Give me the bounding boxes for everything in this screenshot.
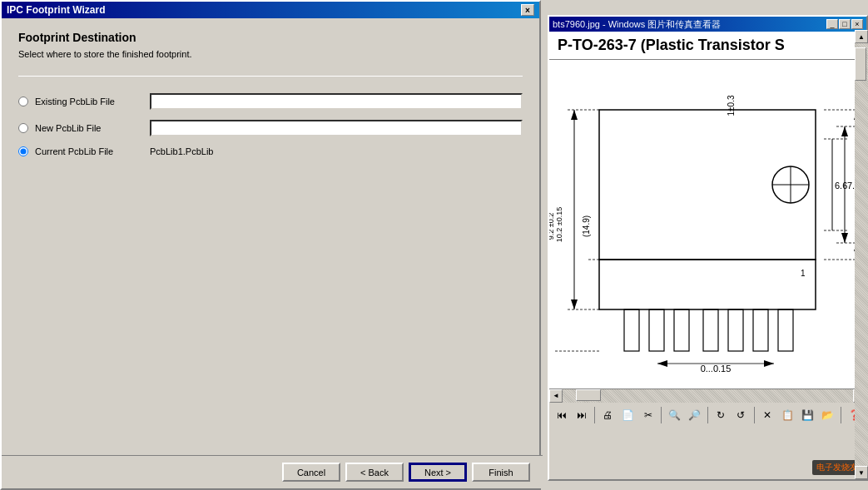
- section-title: Footprint Destination: [18, 31, 523, 44]
- label-existing: Existing PcbLib File: [35, 97, 143, 106]
- scroll-thumb-v[interactable]: [855, 47, 866, 81]
- svg-text:(14.9): (14.9): [582, 215, 591, 237]
- scroll-thumb-h[interactable]: [576, 389, 601, 401]
- image-header: P-TO-263-7 (Plastic Transistor S: [549, 32, 866, 60]
- zoom-out-btn[interactable]: 🔎: [686, 406, 703, 424]
- minimize-button[interactable]: _: [826, 19, 838, 29]
- crop-btn[interactable]: ✂: [639, 406, 657, 424]
- svg-text:9.2 ±0.2: 9.2 ±0.2: [549, 213, 555, 240]
- label-new: New PcbLib File: [35, 123, 143, 133]
- cancel-button[interactable]: Cancel: [282, 463, 340, 482]
- option-row-existing: Existing PcbLib File: [18, 93, 523, 110]
- vertical-scrollbar[interactable]: ▲ ▼: [855, 30, 868, 479]
- sep1: [594, 407, 595, 423]
- next-button[interactable]: Next >: [409, 463, 467, 482]
- titlebar-buttons: _ □ ×: [826, 19, 863, 29]
- svg-text:0...0.15: 0...0.15: [701, 364, 732, 374]
- component-title: P-TO-263-7 (Plastic Transistor S: [558, 37, 785, 53]
- print2-btn[interactable]: 📄: [619, 406, 637, 424]
- rotate-ccw-btn[interactable]: ↺: [732, 406, 750, 424]
- rotate-cw-btn[interactable]: ↻: [712, 406, 730, 424]
- sep5: [841, 407, 841, 423]
- wizard-title: IPC Footprint Wizard: [7, 4, 106, 16]
- open-btn[interactable]: 📂: [819, 406, 836, 424]
- value-current: PcbLib1.PcbLib: [150, 146, 213, 156]
- separator: [18, 76, 523, 77]
- sep4: [754, 407, 755, 423]
- zoom-in-btn[interactable]: 🔍: [666, 406, 683, 424]
- input-new[interactable]: [150, 120, 523, 136]
- image-toolbar: ⏮ ⏭ 🖨 📄 ✂ 🔍 🔎 ↻ ↺ ✕ 📋 💾 📂 ❓: [549, 402, 866, 427]
- save-btn[interactable]: 💾: [799, 406, 816, 424]
- radio-existing[interactable]: [18, 97, 28, 106]
- finish-button[interactable]: Finish: [472, 463, 530, 482]
- image-titlebar: bts7960.jpg - Windows 图片和传真查看器 _ □ ×: [549, 17, 866, 32]
- drawing-area: 9.9 7.5 6.6 1±0.3 10.2 ±0.15 9.2: [549, 60, 866, 389]
- option-row-new: New PcbLib File: [18, 120, 523, 136]
- last-btn[interactable]: ⏭: [573, 406, 590, 424]
- button-bar: Cancel < Back Next > Finish: [2, 455, 543, 488]
- maximize-button[interactable]: □: [839, 19, 851, 29]
- section-subtitle: Select where to store the finished footp…: [18, 49, 523, 59]
- image-title: bts7960.jpg - Windows 图片和传真查看器: [553, 18, 721, 31]
- radio-new[interactable]: [18, 123, 28, 133]
- scroll-up-arrow[interactable]: ▲: [855, 30, 868, 43]
- horizontal-scrollbar[interactable]: ◄ ►: [549, 389, 866, 402]
- image-viewer-window: bts7960.jpg - Windows 图片和传真查看器 _ □ × P-T…: [548, 15, 868, 481]
- scroll-down-arrow[interactable]: ▼: [855, 466, 868, 479]
- sep2: [661, 407, 662, 423]
- delete-btn[interactable]: ✕: [759, 406, 776, 424]
- scroll-left-arrow[interactable]: ◄: [549, 389, 563, 403]
- svg-text:10.2 ±0.15: 10.2 ±0.15: [555, 207, 563, 242]
- wizard-content-area: Footprint Destination Select where to st…: [2, 18, 539, 179]
- technical-drawing: 9.9 7.5 6.6 1±0.3 10.2 ±0.15 9.2: [549, 60, 866, 389]
- sep3: [707, 407, 708, 423]
- copy-btn[interactable]: 📋: [779, 406, 796, 424]
- option-row-current: Current PcbLib File PcbLib1.PcbLib: [18, 146, 523, 156]
- svg-text:6.6: 6.6: [835, 181, 847, 191]
- label-current: Current PcbLib File: [35, 146, 143, 156]
- radio-current[interactable]: [18, 146, 28, 156]
- close-button[interactable]: ×: [521, 4, 534, 16]
- svg-text:1±0.3: 1±0.3: [727, 95, 736, 116]
- wizard-titlebar: IPC Footprint Wizard ×: [2, 2, 539, 18]
- print-btn[interactable]: 🖨: [599, 406, 617, 424]
- wizard-window: IPC Footprint Wizard × Footprint Destina…: [0, 0, 541, 490]
- input-existing[interactable]: [150, 93, 523, 110]
- close-image-button[interactable]: ×: [851, 19, 863, 29]
- back-button[interactable]: < Back: [345, 463, 404, 482]
- svg-text:1: 1: [801, 269, 806, 278]
- first-btn[interactable]: ⏮: [553, 406, 570, 424]
